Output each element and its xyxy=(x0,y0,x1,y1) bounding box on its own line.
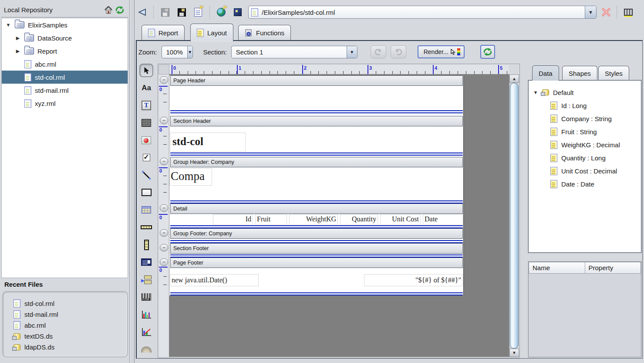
tab-functions[interactable]: Functions xyxy=(238,25,291,41)
redo-button[interactable] xyxy=(371,45,386,58)
band-section-footer[interactable]: Section Footer xyxy=(170,243,463,254)
bar-chart-tool-button[interactable] xyxy=(139,308,153,321)
barcode-tool-button[interactable]: KODE xyxy=(139,290,153,304)
expander-down-icon[interactable]: ▼ xyxy=(5,22,11,27)
collapse-group-header-button[interactable]: − xyxy=(160,158,168,165)
home-button[interactable] xyxy=(103,5,114,15)
tree-item-datasource[interactable]: ▶DataSource xyxy=(2,31,128,44)
scrollbar-thumb[interactable] xyxy=(510,83,519,349)
field-fruit[interactable]: Fruit xyxy=(255,214,287,225)
field-company[interactable]: Compa xyxy=(169,168,212,186)
columns-button[interactable] xyxy=(622,6,634,18)
recent-file-std-col[interactable]: std-col.rml xyxy=(13,298,127,309)
deploy-button[interactable] xyxy=(215,6,227,18)
field-date[interactable]: Date xyxy=(423,214,463,225)
tree-item-report[interactable]: ▶Report xyxy=(2,44,128,58)
collapse-detail-button[interactable]: − xyxy=(160,204,168,212)
recent-file-textds[interactable]: textDS.ds xyxy=(13,331,127,342)
column-cells-tool-button[interactable] xyxy=(139,238,153,251)
tab-styles[interactable]: Styles xyxy=(598,66,629,80)
field-item-company[interactable]: Company : String xyxy=(529,112,641,125)
band-section-header[interactable]: Section Header xyxy=(170,116,463,126)
combobox-dropdown-button[interactable]: ▼ xyxy=(347,46,357,58)
table-tool-button[interactable] xyxy=(139,203,153,217)
save-all-button[interactable] xyxy=(175,6,188,18)
band-group-header[interactable]: Group Header: Company xyxy=(170,157,463,167)
refresh-view-button[interactable] xyxy=(480,45,495,59)
column-header-name[interactable]: Name xyxy=(529,262,585,274)
scroll-up-button[interactable]: ▲ xyxy=(509,75,519,83)
recent-file-ldapds[interactable]: ldapDS.ds xyxy=(13,342,127,353)
collapse-section-header-button[interactable]: − xyxy=(160,117,168,124)
band-separator[interactable] xyxy=(170,240,463,243)
band-page-footer[interactable]: Page Footer xyxy=(170,258,463,268)
scroll-down-button[interactable]: ▼ xyxy=(509,349,519,357)
refresh-repository-button[interactable] xyxy=(114,5,125,15)
tree-item-xyz-rml[interactable]: xyz.rml xyxy=(2,97,128,110)
field-item-id[interactable]: Id : Long xyxy=(529,99,641,112)
rectangle-tool-button[interactable] xyxy=(139,186,153,199)
field-item-quantity[interactable]: Quantity : Long xyxy=(529,151,641,164)
tree-item-default-datasource[interactable]: ▼ Default xyxy=(529,86,641,99)
panel-splitter[interactable] xyxy=(130,0,135,363)
tree-item-std-mail-rml[interactable]: std-mail.rml xyxy=(2,84,128,97)
band-separator[interactable] xyxy=(170,292,463,295)
tab-data[interactable]: Data xyxy=(532,65,559,81)
field-unit-cost[interactable]: Unit Cost xyxy=(380,214,421,225)
band-detail[interactable]: Detail xyxy=(170,204,463,214)
band-separator[interactable] xyxy=(170,110,463,113)
collapse-page-header-button[interactable]: − xyxy=(160,76,168,84)
section-combobox[interactable]: Section 1 ▼ xyxy=(231,46,357,58)
field-item-fruit[interactable]: Fruit : String xyxy=(529,125,641,138)
text-tool-button[interactable]: T xyxy=(139,98,153,112)
tree-item-abc-rml[interactable]: abc.rml xyxy=(2,58,128,71)
field-print-date[interactable]: new java.util.Date() xyxy=(170,274,259,286)
field-report-title[interactable]: std-col xyxy=(170,132,246,152)
expander-right-icon[interactable]: ▶ xyxy=(15,35,21,41)
field-quantity[interactable]: Quantity xyxy=(340,214,378,225)
image-tool-button[interactable] xyxy=(139,133,153,147)
checkbox-tool-button[interactable]: ✓ xyxy=(139,151,153,164)
recent-file-abc[interactable]: abc.rml xyxy=(13,320,127,331)
grid-tool-button[interactable] xyxy=(139,116,153,129)
recent-file-std-mail[interactable]: std-mail.rml xyxy=(13,309,127,320)
label-tool-button[interactable]: Aa xyxy=(139,81,153,95)
combobox-dropdown-button[interactable]: ▼ xyxy=(585,6,596,18)
globe-tool-button[interactable] xyxy=(139,343,153,356)
band-separator[interactable] xyxy=(170,225,463,228)
row-cells-tool-button[interactable] xyxy=(139,221,153,234)
tree-item-std-col-rml[interactable]: std-col.rml xyxy=(2,71,128,84)
field-weightkg[interactable]: WeightKG xyxy=(289,214,338,225)
field-page-number[interactable]: "${#} of ${##}" xyxy=(364,274,463,286)
close-document-button[interactable] xyxy=(601,7,611,17)
render-button[interactable]: Render... xyxy=(418,45,465,58)
tree-item-elixirsamples[interactable]: ▼ElixirSamples xyxy=(2,18,128,31)
combobox-dropdown-button[interactable]: ▼ xyxy=(187,46,192,58)
properties-button[interactable] xyxy=(192,6,204,18)
expander-down-icon[interactable]: ▼ xyxy=(533,90,538,95)
field-item-weightkg[interactable]: WeightKG : Decimal xyxy=(529,138,641,151)
tab-shapes[interactable]: Shapes xyxy=(562,66,597,80)
tab-layout[interactable]: Layout xyxy=(190,24,233,41)
band-separator[interactable] xyxy=(170,254,463,258)
zoom-combobox[interactable]: 100% ▼ xyxy=(162,46,193,58)
field-id[interactable]: Id xyxy=(213,214,253,225)
line-tool-button[interactable] xyxy=(139,168,153,182)
select-tool-button[interactable] xyxy=(139,64,153,77)
form-tool-button[interactable] xyxy=(139,255,153,269)
tab-report[interactable]: Report xyxy=(142,25,185,41)
file-path-combobox[interactable]: /ElixirSamples/std-col.rml ▼ xyxy=(248,6,597,19)
band-separator[interactable] xyxy=(170,153,463,156)
collapse-page-footer-button[interactable]: − xyxy=(160,258,168,266)
collapse-section-footer-button[interactable]: − xyxy=(160,244,168,251)
collapse-group-footer-button[interactable]: − xyxy=(160,229,168,237)
expander-right-icon[interactable]: ▶ xyxy=(15,48,21,54)
wizard-button[interactable] xyxy=(232,6,244,18)
back-button[interactable] xyxy=(136,6,148,18)
line-chart-tool-button[interactable] xyxy=(139,325,153,339)
save-button[interactable] xyxy=(159,6,171,18)
band-page-header[interactable]: Page Header xyxy=(170,75,463,86)
band-separator[interactable] xyxy=(170,200,463,204)
column-header-property[interactable]: Property xyxy=(585,262,641,274)
subreport-tool-button[interactable]: ▶ xyxy=(139,273,153,286)
